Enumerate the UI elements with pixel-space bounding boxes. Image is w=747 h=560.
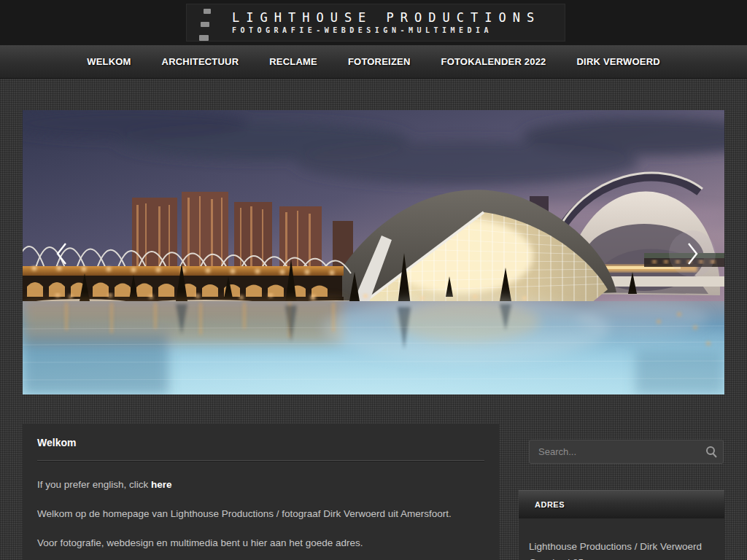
site-tagline: FOTOGRAFIE-WEBDESIGN-MULTIMEDIA: [232, 26, 541, 34]
slider-next-button[interactable]: [669, 230, 716, 277]
search-submit-button[interactable]: [704, 445, 719, 459]
nav-item-fotokalender[interactable]: FOTOKALENDER 2022: [436, 52, 550, 71]
welcome-article: Welkom If you prefer english, click here…: [23, 424, 499, 560]
site-title: LIGHTHOUSE PRODUCTIONS: [232, 11, 541, 25]
adres-line-company: Lighthouse Productions / Dirk Verwoerd: [529, 539, 714, 555]
chevron-left-icon: [54, 241, 70, 266]
site-logo[interactable]: LIGHTHOUSE PRODUCTIONS FOTOGRAFIE-WEBDES…: [186, 4, 565, 42]
search-input[interactable]: [529, 440, 724, 464]
search-icon: [704, 445, 719, 459]
welcome-paragraph: Welkom op de homepage van Lighthouse Pro…: [37, 508, 484, 520]
sidebar: ADRES Lighthouse Productions / Dirk Verw…: [519, 424, 727, 560]
logo-text-block: LIGHTHOUSE PRODUCTIONS FOTOGRAFIE-WEBDES…: [232, 11, 541, 34]
adres-widget: ADRES Lighthouse Productions / Dirk Verw…: [519, 490, 724, 560]
search-box: [529, 440, 724, 464]
intro-text: If you prefer english, click: [37, 479, 151, 490]
nav-item-fotoreizen[interactable]: FOTOREIZEN: [344, 52, 415, 71]
hero-slider: [23, 110, 724, 394]
adres-widget-header: ADRES: [519, 490, 724, 518]
hero-image-valencia: [23, 110, 724, 394]
chevron-right-icon: [684, 241, 700, 266]
adres-widget-body: Lighthouse Productions / Dirk Verwoerd G…: [519, 518, 724, 560]
slider-prev-button[interactable]: [39, 230, 85, 277]
intro-paragraph: If you prefer english, click here: [37, 479, 484, 491]
english-version-link[interactable]: here: [151, 479, 172, 490]
heading-divider: [37, 460, 484, 462]
services-paragraph: Voor fotografie, webdesign en multimedia…: [37, 537, 484, 549]
adres-line-street: Ganskuyl 85: [529, 555, 714, 560]
nav-item-dirk-verwoerd[interactable]: DIRK VERWOERD: [573, 52, 665, 71]
adres-title: ADRES: [535, 500, 565, 509]
nav-item-welkom[interactable]: WELKOM: [82, 52, 135, 71]
main-nav: WELKOM ARCHITECTUUR RECLAME FOTOREIZEN F…: [0, 45, 747, 79]
page-title: Welkom: [37, 437, 484, 448]
filmstrip-icon: [193, 7, 212, 40]
header-bar: LIGHTHOUSE PRODUCTIONS FOTOGRAFIE-WEBDES…: [0, 0, 747, 45]
nav-item-reclame[interactable]: RECLAME: [265, 52, 322, 71]
nav-item-architectuur[interactable]: ARCHITECTUUR: [158, 52, 244, 71]
